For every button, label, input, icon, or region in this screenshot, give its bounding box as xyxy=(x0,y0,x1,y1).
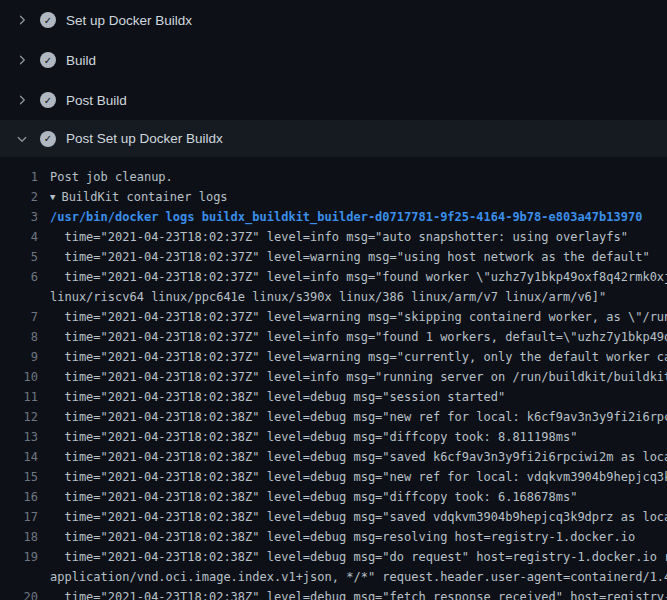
group-collapse-icon[interactable]: ▼ xyxy=(50,187,55,207)
step-label: Build xyxy=(66,53,96,68)
log-line-text: time="2021-04-23T18:02:38Z" level=debug … xyxy=(50,527,635,547)
log-line-number[interactable]: 19 xyxy=(0,547,50,567)
log-line-number[interactable]: 15 xyxy=(0,467,50,487)
log-line-text: time="2021-04-23T18:02:37Z" level=info m… xyxy=(50,227,628,247)
log-line: 9 time="2021-04-23T18:02:37Z" level=warn… xyxy=(0,347,667,367)
log-line-number[interactable]: 18 xyxy=(0,527,50,547)
log-line-text: time="2021-04-23T18:02:37Z" level=warnin… xyxy=(50,307,667,327)
log-line-number[interactable]: 2 xyxy=(0,187,50,207)
log-line-text: time="2021-04-23T18:02:38Z" level=debug … xyxy=(50,387,505,407)
log-line: 5 time="2021-04-23T18:02:37Z" level=warn… xyxy=(0,247,667,267)
log-line-text: time="2021-04-23T18:02:38Z" level=debug … xyxy=(50,467,667,487)
log-line-text: Post job cleanup. xyxy=(50,167,173,187)
step-label: Set up Docker Buildx xyxy=(66,13,192,28)
log-line: 13 time="2021-04-23T18:02:38Z" level=deb… xyxy=(0,427,667,447)
step-build[interactable]: ✓ Build xyxy=(0,40,667,80)
log-line-number[interactable]: 14 xyxy=(0,447,50,467)
step-label: Post Set up Docker Buildx xyxy=(66,131,223,146)
chevron-down-icon xyxy=(14,131,30,147)
chevron-right-icon xyxy=(14,12,30,28)
check-circle-icon: ✓ xyxy=(40,131,56,147)
log-line-text: time="2021-04-23T18:02:38Z" level=debug … xyxy=(50,487,577,507)
log-line: 15 time="2021-04-23T18:02:38Z" level=deb… xyxy=(0,467,667,487)
log-line-text: /usr/bin/docker logs buildx_buildkit_bui… xyxy=(50,207,642,227)
step-label: Post Build xyxy=(66,93,127,108)
log-line-text: linux/riscv64 linux/ppc641e linux/s390x … xyxy=(50,287,606,307)
log-line-number[interactable]: 17 xyxy=(0,507,50,527)
log-line-text: time="2021-04-23T18:02:38Z" level=debug … xyxy=(50,507,667,527)
log-line-text[interactable]: BuildKit container logs xyxy=(61,187,227,207)
log-line: 4 time="2021-04-23T18:02:37Z" level=info… xyxy=(0,227,667,247)
log-line-text: time="2021-04-23T18:02:38Z" level=debug … xyxy=(50,427,577,447)
log-line: 19 time="2021-04-23T18:02:38Z" level=deb… xyxy=(0,547,667,567)
log-line: 20 time="2021-04-23T18:02:38Z" level=deb… xyxy=(0,587,667,600)
log-line: 1 Post job cleanup. xyxy=(0,167,667,187)
log-line-text: time="2021-04-23T18:02:38Z" level=debug … xyxy=(50,447,667,467)
log-line: application/vnd.oci.image.index.v1+json,… xyxy=(0,567,667,587)
step-post-build[interactable]: ✓ Post Build xyxy=(0,80,667,120)
step-post-setup-docker-buildx[interactable]: ✓ Post Set up Docker Buildx xyxy=(0,120,667,157)
log-line: 18 time="2021-04-23T18:02:38Z" level=deb… xyxy=(0,527,667,547)
check-circle-icon: ✓ xyxy=(40,12,56,28)
log-lines: 1 Post job cleanup. 2 ▼BuildKit containe… xyxy=(0,157,667,600)
log-line-text: time="2021-04-23T18:02:37Z" level=warnin… xyxy=(50,347,667,367)
log-line: 11 time="2021-04-23T18:02:38Z" level=deb… xyxy=(0,387,667,407)
log-line: 7 time="2021-04-23T18:02:37Z" level=warn… xyxy=(0,307,667,327)
log-line: 6 time="2021-04-23T18:02:37Z" level=info… xyxy=(0,267,667,287)
log-line-number[interactable]: 6 xyxy=(0,267,50,287)
log-line-text: time="2021-04-23T18:02:37Z" level=info m… xyxy=(50,267,667,287)
log-line-number[interactable]: 11 xyxy=(0,387,50,407)
log-line-number[interactable]: 1 xyxy=(0,167,50,187)
log-line-number[interactable]: 7 xyxy=(0,307,50,327)
log-line-text: time="2021-04-23T18:02:37Z" level=info m… xyxy=(50,367,667,387)
log-line-text: time="2021-04-23T18:02:38Z" level=debug … xyxy=(50,407,667,427)
log-line-number[interactable]: 9 xyxy=(0,347,50,367)
step-setup-docker-buildx[interactable]: ✓ Set up Docker Buildx xyxy=(0,0,667,40)
log-line-number[interactable] xyxy=(0,287,50,307)
log-line-number[interactable]: 10 xyxy=(0,367,50,387)
log-line: 16 time="2021-04-23T18:02:38Z" level=deb… xyxy=(0,487,667,507)
log-line: 3 /usr/bin/docker logs buildx_buildkit_b… xyxy=(0,207,667,227)
log-line-number[interactable] xyxy=(0,567,50,587)
log-line-text: time="2021-04-23T18:02:37Z" level=warnin… xyxy=(50,247,650,267)
log-line: 14 time="2021-04-23T18:02:38Z" level=deb… xyxy=(0,447,667,467)
log-line-number[interactable]: 16 xyxy=(0,487,50,507)
log-line: 8 time="2021-04-23T18:02:37Z" level=info… xyxy=(0,327,667,347)
log-line-number[interactable]: 12 xyxy=(0,407,50,427)
log-line: linux/riscv64 linux/ppc641e linux/s390x … xyxy=(0,287,667,307)
log-line: 2 ▼BuildKit container logs xyxy=(0,187,667,207)
log-line: 12 time="2021-04-23T18:02:38Z" level=deb… xyxy=(0,407,667,427)
chevron-right-icon xyxy=(14,52,30,68)
steps-list: ✓ Set up Docker Buildx ✓ Build ✓ Post Bu… xyxy=(0,0,667,157)
log-line-number[interactable]: 3 xyxy=(0,207,50,227)
log-line-text: time="2021-04-23T18:02:37Z" level=info m… xyxy=(50,327,667,347)
log-line-text: application/vnd.oci.image.index.v1+json,… xyxy=(50,567,667,587)
log-line-number[interactable]: 13 xyxy=(0,427,50,447)
log-line-number[interactable]: 4 xyxy=(0,227,50,247)
log-line-number[interactable]: 20 xyxy=(0,587,50,600)
log-line-text: time="2021-04-23T18:02:38Z" level=debug … xyxy=(50,547,667,567)
check-circle-icon: ✓ xyxy=(40,52,56,68)
log-line: 17 time="2021-04-23T18:02:38Z" level=deb… xyxy=(0,507,667,527)
log-line-number[interactable]: 5 xyxy=(0,247,50,267)
log-line-number[interactable]: 8 xyxy=(0,327,50,347)
log-line: 10 time="2021-04-23T18:02:37Z" level=inf… xyxy=(0,367,667,387)
log-line-text: time="2021-04-23T18:02:38Z" level=debug … xyxy=(50,587,667,600)
chevron-right-icon xyxy=(14,92,30,108)
check-circle-icon: ✓ xyxy=(40,92,56,108)
